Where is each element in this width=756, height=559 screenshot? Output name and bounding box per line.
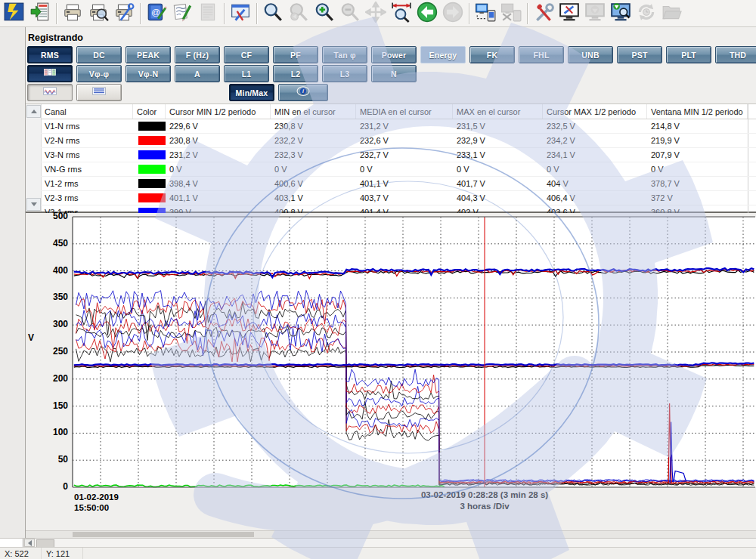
y-tick-label: 0 [42,481,68,492]
toolbar-tools-button[interactable] [531,2,556,26]
value-cell: 214,8 V [647,122,748,131]
tab-label: A [194,69,200,79]
column-header[interactable]: Cursor MAX 1/2 periodo [543,104,647,119]
toolbar-export-report-button[interactable] [27,2,53,26]
toolbar-edit-notes-button[interactable] [169,2,195,26]
color-swatch [138,165,166,174]
view-table-view-button[interactable] [76,84,122,101]
tab-pf[interactable]: PF [273,46,318,63]
view-waveform-view-button[interactable] [27,84,73,101]
view-info-button[interactable]: i [278,84,328,101]
tab-l1[interactable]: L1 [224,65,269,82]
value-cell: 229,6 V [166,122,271,131]
status-y: Y: 121 [42,548,83,559]
tab-rms[interactable]: RMS [27,46,73,63]
value-cell: 230,8 V [166,136,271,145]
table-row[interactable]: V1-N rms229,6 V230,8 V231,2 V231,5 V232,… [41,119,756,134]
scroll-corner-box [0,539,23,547]
toolbar-print-setup-button[interactable] [111,2,137,26]
tab-n[interactable]: N [371,65,417,82]
table-scrollbar[interactable] [26,104,42,212]
column-header[interactable]: Cursor MIN 1/2 periodo [166,104,271,119]
toolbar-pan-button [363,2,389,26]
value-cell: 231,2 V [356,122,453,131]
clipped-cell [748,177,756,190]
chart-scroll-thumb[interactable] [73,532,254,537]
toolbar-monitor-capture-button[interactable] [608,2,634,26]
value-cell: 398,4 V [166,179,271,188]
tab-cf[interactable]: CF [224,46,269,63]
tab-unb[interactable]: UNB [568,46,613,63]
value-cell: 0 V [166,165,271,174]
tab-l2[interactable]: L2 [273,65,318,82]
toolbar-monitor-config-button[interactable] [556,2,582,26]
channel-color-cell [133,179,166,188]
tab-v-[interactable]: Vφ-φ [76,65,122,82]
value-cell: 232,9 V [453,136,543,145]
cursor-timestamp-label: 03-02-2019 0:28:28 (3 min 28 s) [421,490,548,499]
toolbar-print-preview-button[interactable] [85,2,111,26]
clipped-cell [748,191,756,205]
tab-power[interactable]: Power [371,46,417,63]
tab-label: PF [290,51,301,60]
tab-fhl[interactable]: FHL [519,46,564,63]
tab-l3[interactable]: L3 [322,65,367,82]
table-view-icon [88,85,110,100]
toolbar-zoom-button[interactable] [260,2,286,26]
tab-fk[interactable]: FK [469,46,515,63]
column-header[interactable]: MIN en el cursor [271,104,356,119]
chart-plot[interactable]: 05010015020025030035040045050001-02-2019… [26,213,756,530]
tab-thd[interactable]: THD [715,46,756,63]
toolbar-nav-back-button[interactable] [414,2,440,26]
monitor-capture-icon [610,2,631,26]
toolbar-zoom-horizontal-button[interactable] [389,2,414,26]
scroll-left-icon[interactable] [24,539,35,547]
column-header[interactable]: Ventana MIN 1/2 periodo [647,104,748,119]
value-cell: 400,6 V [271,179,356,188]
nav-forward-icon [442,2,463,26]
toolbar-zoom-in-button[interactable] [311,2,337,26]
tab-peak[interactable]: PEAK [125,46,171,63]
scroll-up-icon[interactable] [26,105,41,118]
tab-tan-[interactable]: Tan φ [322,46,367,63]
tab-min-max[interactable]: Min/Max [229,84,274,101]
toolbar-remote-config-button[interactable] [228,2,253,26]
tab-dc[interactable]: DC [76,46,122,63]
toolbar-print-button[interactable] [60,2,85,26]
tab-plt[interactable]: PLT [666,46,711,63]
waveform-view-icon [39,85,61,100]
table-row[interactable]: VN-G rms0 V0 V0 V0 V0 V0 V [41,162,756,177]
info-icon: i [292,85,314,100]
clipped-column [748,104,756,119]
page-title: Registrando [28,32,83,43]
scroll-down-icon[interactable] [26,198,41,211]
color-swatch [138,136,166,145]
table-row[interactable]: V1-2 rms398,4 V400,6 V401,1 V401,7 V404 … [41,177,756,191]
column-header[interactable]: Canal [41,104,133,119]
toolbar-address-book-button[interactable]: @ [144,2,169,26]
tab-label: THD [730,51,746,60]
tab-a[interactable]: A [175,65,220,82]
toolbar-app-logo-button[interactable] [2,2,27,26]
table-row[interactable]: V2-3 rms401,1 V403,1 V403,7 V404,3 V406,… [41,191,756,205]
tab-v-n[interactable]: Vφ-N [125,65,171,82]
y-axis-label: V [28,332,34,343]
column-header[interactable]: MAX en el cursor [453,104,543,119]
tab-f-hz-[interactable]: F (Hz) [175,46,220,63]
view-report-pages-button[interactable] [27,65,73,82]
color-swatch [138,193,166,202]
column-header[interactable]: MEDIA en el cursor [356,104,453,119]
toolbar-device-connect-button[interactable] [472,2,498,26]
value-cell: 401,1 V [166,193,271,202]
chart-horizontal-scrollbar[interactable] [26,530,756,538]
zoom-horizontal-icon [391,2,412,26]
y-tick-label: 300 [42,319,68,329]
tab-energy[interactable]: Energy [420,46,466,63]
left-gutter [0,27,25,538]
column-header[interactable]: Color [133,104,166,119]
print-preview-icon [88,2,109,26]
value-cell: 231,2 V [166,150,271,159]
table-row[interactable]: V2-N rms230,8 V232,2 V232,6 V232,9 V234,… [41,134,756,148]
tab-pst[interactable]: PST [617,46,662,63]
table-row[interactable]: V3-N rms231,2 V232,3 V232,7 V233,1 V234,… [41,148,756,162]
